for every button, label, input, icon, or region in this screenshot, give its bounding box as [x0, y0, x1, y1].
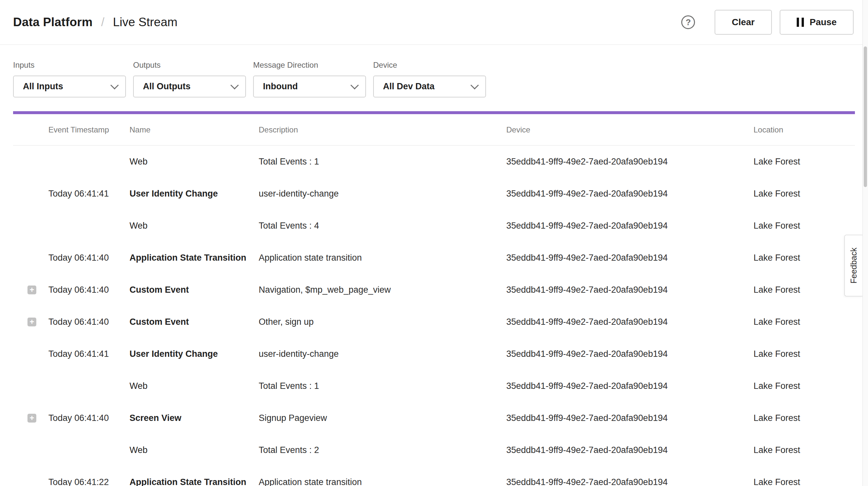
- help-icon[interactable]: ?: [681, 16, 695, 29]
- cell-device: 35eddb41-9ff9-49e2-7aed-20afa90eb194: [506, 445, 753, 455]
- header-actions: ? Clear Pause: [681, 10, 854, 35]
- cell-name: Web: [129, 157, 259, 167]
- device-select[interactable]: All Dev Data: [373, 75, 486, 97]
- breadcrumb-separator: /: [101, 16, 104, 29]
- cell-name: Application State Transition: [129, 477, 259, 486]
- cell-location: Lake Forest: [753, 413, 855, 423]
- cell-description: Application state transition: [259, 477, 506, 486]
- header-description: Description: [259, 125, 506, 134]
- inputs-select-value: All Inputs: [23, 82, 63, 92]
- chevron-down-icon: [111, 81, 119, 89]
- cell-description: Total Events : 1: [259, 157, 506, 167]
- cell-name: Custom Event: [129, 317, 259, 327]
- pause-button[interactable]: Pause: [780, 10, 854, 35]
- message-direction-select-value: Inbound: [263, 82, 298, 92]
- table-body: + Web Total Events : 1 35eddb41-9ff9-49e…: [13, 146, 855, 486]
- scrollbar-thumb[interactable]: [864, 47, 867, 187]
- cell-name: User Identity Change: [129, 349, 259, 359]
- cell-location: Lake Forest: [753, 477, 855, 486]
- cell-timestamp: Today 06:41:22: [49, 477, 129, 486]
- cell-description: Navigation, $mp_web_page_view: [259, 285, 506, 295]
- table-row[interactable]: + Web Total Events : 4 35eddb41-9ff9-49e…: [13, 210, 855, 242]
- cell-name: Application State Transition: [129, 253, 259, 263]
- cell-location: Lake Forest: [753, 285, 855, 295]
- cell-name: Web: [129, 445, 259, 455]
- outputs-select[interactable]: All Outputs: [133, 75, 246, 97]
- cell-device: 35eddb41-9ff9-49e2-7aed-20afa90eb194: [506, 221, 753, 231]
- filter-inputs-label: Inputs: [13, 61, 126, 70]
- cell-name: Screen View: [129, 413, 259, 423]
- header-device: Device: [506, 125, 753, 134]
- filter-bar: Inputs All Inputs Outputs All Outputs Me…: [0, 45, 868, 97]
- header-name: Name: [129, 125, 259, 134]
- cell-description: Application state transition: [259, 253, 506, 263]
- feedback-tab[interactable]: Feedback: [844, 235, 863, 296]
- cell-description: Other, sign up: [259, 317, 506, 327]
- feedback-tab-label: Feedback: [849, 248, 859, 283]
- chevron-down-icon: [471, 81, 479, 89]
- page-title: Live Stream: [113, 16, 177, 29]
- cell-device: 35eddb41-9ff9-49e2-7aed-20afa90eb194: [506, 157, 753, 167]
- header-location: Location: [753, 125, 855, 134]
- scrollbar-track[interactable]: [862, 0, 868, 486]
- clear-button-label: Clear: [732, 17, 754, 28]
- cell-location: Lake Forest: [753, 381, 855, 391]
- expand-icon[interactable]: +: [28, 414, 36, 423]
- inputs-select[interactable]: All Inputs: [13, 75, 126, 97]
- filter-message-direction-label: Message Direction: [253, 61, 366, 70]
- cell-timestamp: Today 06:41:40: [49, 285, 129, 295]
- header-button-group: Clear Pause: [715, 10, 854, 35]
- pause-button-label: Pause: [810, 17, 837, 28]
- message-direction-select[interactable]: Inbound: [253, 75, 366, 97]
- cell-timestamp: Today 06:41:41: [49, 189, 129, 199]
- cell-location: Lake Forest: [753, 253, 855, 263]
- table-row[interactable]: + Web Total Events : 1 35eddb41-9ff9-49e…: [13, 370, 855, 402]
- chevron-down-icon: [350, 81, 359, 89]
- cell-location: Lake Forest: [753, 317, 855, 327]
- cell-location: Lake Forest: [753, 445, 855, 455]
- cell-timestamp: Today 06:41:41: [49, 349, 129, 359]
- filter-inputs: Inputs All Inputs: [13, 61, 126, 97]
- pause-icon: [797, 18, 804, 27]
- cell-name: User Identity Change: [129, 189, 259, 199]
- cell-device: 35eddb41-9ff9-49e2-7aed-20afa90eb194: [506, 381, 753, 391]
- cell-timestamp: Today 06:41:40: [49, 317, 129, 327]
- cell-location: Lake Forest: [753, 221, 855, 231]
- chevron-down-icon: [230, 81, 239, 89]
- table-row[interactable]: + Today 06:41:41 User Identity Change us…: [13, 178, 855, 210]
- table-row[interactable]: + Today 06:41:40 Application State Trans…: [13, 242, 855, 274]
- accent-divider: [13, 111, 855, 114]
- filter-device: Device All Dev Data: [373, 61, 486, 97]
- table-row[interactable]: + Web Total Events : 1 35eddb41-9ff9-49e…: [13, 146, 855, 178]
- cell-device: 35eddb41-9ff9-49e2-7aed-20afa90eb194: [506, 253, 753, 263]
- outputs-select-value: All Outputs: [143, 82, 190, 92]
- cell-description: Signup Pageview: [259, 413, 506, 423]
- cell-name: Web: [129, 381, 259, 391]
- table-row[interactable]: + Today 06:41:40 Screen View Signup Page…: [13, 402, 855, 434]
- expand-icon[interactable]: +: [28, 317, 36, 326]
- cell-description: Total Events : 2: [259, 445, 506, 455]
- cell-device: 35eddb41-9ff9-49e2-7aed-20afa90eb194: [506, 349, 753, 359]
- filter-device-label: Device: [373, 61, 486, 70]
- table-row[interactable]: + Today 06:41:40 Custom Event Other, sig…: [13, 306, 855, 338]
- cell-timestamp: Today 06:41:40: [49, 253, 129, 263]
- cell-description: Total Events : 4: [259, 221, 506, 231]
- cell-device: 35eddb41-9ff9-49e2-7aed-20afa90eb194: [506, 477, 753, 486]
- expand-icon[interactable]: +: [28, 285, 36, 294]
- clear-button[interactable]: Clear: [715, 10, 772, 35]
- header-event-timestamp: Event Timestamp: [49, 125, 129, 134]
- breadcrumb: Data Platform / Live Stream: [13, 16, 178, 29]
- table-row[interactable]: + Web Total Events : 2 35eddb41-9ff9-49e…: [13, 434, 855, 466]
- table-row[interactable]: + Today 06:41:41 User Identity Change us…: [13, 338, 855, 370]
- cell-description: Total Events : 1: [259, 381, 506, 391]
- cell-device: 35eddb41-9ff9-49e2-7aed-20afa90eb194: [506, 189, 753, 199]
- cell-description: user-identity-change: [259, 349, 506, 359]
- table-header: Event Timestamp Name Description Device …: [13, 114, 855, 146]
- cell-description: user-identity-change: [259, 189, 506, 199]
- breadcrumb-data-platform[interactable]: Data Platform: [13, 16, 93, 29]
- header: Data Platform / Live Stream ? Clear Paus…: [0, 0, 868, 45]
- filter-message-direction: Message Direction Inbound: [253, 61, 366, 97]
- table-row[interactable]: + Today 06:41:40 Custom Event Navigation…: [13, 274, 855, 306]
- cell-device: 35eddb41-9ff9-49e2-7aed-20afa90eb194: [506, 317, 753, 327]
- table-row[interactable]: + Today 06:41:22 Application State Trans…: [13, 466, 855, 486]
